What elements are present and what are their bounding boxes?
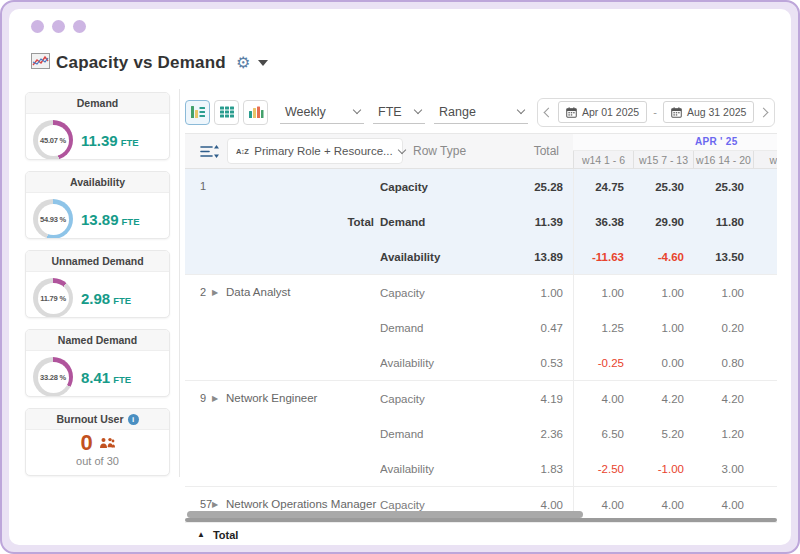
row-type-cell: Availability (380, 251, 465, 263)
view-toggle-grid[interactable] (214, 100, 239, 125)
fte-value: 8.41 (81, 369, 110, 386)
chart-thumbnail-icon (31, 53, 50, 73)
burnout-card: Burnout Useri 0 out of 30 (25, 408, 170, 476)
row-type-cell: Capacity (380, 181, 465, 193)
data-row[interactable]: Demand11.3936.3829.9011.80 (380, 204, 777, 239)
week-value-cell: 25.30 (634, 181, 694, 193)
row-group: 2▶Data AnalystCapacity1.001.001.001.00De… (185, 275, 777, 381)
range-select[interactable]: Range (434, 100, 528, 124)
row-type-cell: Capacity (380, 393, 465, 405)
collapse-up-icon[interactable]: ▲ (197, 530, 205, 539)
unit-select-value: FTE (378, 105, 402, 119)
fte-unit: FTE (122, 216, 140, 227)
week-value-cell: 0.80 (694, 357, 754, 369)
kpi-card-body: 33.28 % 8.41 FTE (26, 351, 169, 397)
group-name: Data Analyst (226, 275, 380, 310)
week-value-cell: -1.00 (634, 463, 694, 475)
interval-select-value: Weekly (285, 105, 326, 119)
kpi-card-title: Named Demand (26, 330, 169, 351)
row-filter-icon[interactable] (200, 144, 220, 159)
page-header: Capacity vs Demand ⚙ (31, 53, 268, 73)
row-type-cell: Capacity (380, 287, 465, 299)
week-value-cell: 11.80 (694, 216, 754, 228)
data-row[interactable]: Availability1.83-2.50-1.003.00 (380, 451, 777, 486)
week-values: -2.50-1.003.00 (573, 451, 754, 486)
settings-caret-icon[interactable] (258, 60, 268, 66)
row-type-cell: Demand (380, 322, 465, 334)
donut-percent: 54.93 % (38, 204, 69, 235)
total-value-cell: 2.36 (465, 428, 563, 440)
total-value-cell: 25.28 (465, 181, 563, 193)
week-values: 36.3829.9011.80 (573, 204, 754, 239)
date-from-value: Apr 01 2025 (582, 106, 639, 118)
kpi-card-title: Demand (26, 93, 169, 114)
grid-bottom-bar (185, 518, 777, 522)
burnout-count: 0 (80, 432, 92, 454)
total-column-header: Total (534, 144, 573, 158)
data-row[interactable]: Demand0.471.251.000.20 (380, 310, 777, 345)
burnout-subtext: out of 30 (26, 455, 169, 467)
week-values: 1.251.000.20 (573, 310, 754, 345)
window-dot (52, 20, 65, 33)
toolbar: Weekly FTE Range Apr 01 2025 - Aug 31 20… (185, 97, 777, 127)
row-group: 9▶Network EngineerCapacity4.194.004.204.… (185, 381, 777, 487)
data-row[interactable]: Capacity4.194.004.204.20 (380, 381, 777, 416)
expand-arrow-icon[interactable]: ▶ (212, 381, 226, 416)
role-selector-dropdown[interactable]: A↕Z Primary Role + Resource... (227, 138, 403, 164)
info-icon[interactable]: i (128, 414, 139, 425)
people-icon (99, 437, 115, 449)
page-title: Capacity vs Demand (56, 53, 226, 73)
date-range-picker: Apr 01 2025 - Aug 31 2025 (537, 98, 775, 127)
horizontal-scrollbar-thumb[interactable] (187, 511, 583, 518)
week-values: 6.505.201.20 (573, 416, 754, 451)
donut-percent: 45.07 % (38, 125, 69, 156)
week-value-cell: 5.20 (634, 428, 694, 440)
date-from-field[interactable]: Apr 01 2025 (558, 101, 647, 123)
unit-select[interactable]: FTE (373, 100, 425, 124)
week-column-header: w15 7 - 13 (633, 151, 693, 168)
range-select-value: Range (439, 105, 476, 119)
data-row[interactable]: Demand2.366.505.201.20 (380, 416, 777, 451)
interval-select[interactable]: Weekly (280, 100, 364, 124)
chevron-down-icon (397, 145, 405, 153)
data-row[interactable]: Availability13.89-11.63-4.6013.50 (380, 239, 777, 274)
date-to-field[interactable]: Aug 31 2025 (663, 101, 755, 123)
row-index: 1 (185, 169, 212, 204)
total-value-cell: 11.39 (465, 216, 563, 228)
data-row[interactable]: Capacity25.2824.7525.3025.30 (380, 169, 777, 204)
expand-arrow-icon[interactable]: ▶ (212, 275, 226, 310)
total-value-cell: 0.53 (465, 357, 563, 369)
week-value-cell: 4.20 (694, 393, 754, 405)
donut-gauge: 33.28 % (33, 357, 73, 397)
week-value-cell: 1.25 (574, 322, 634, 334)
view-toggle-chart-table[interactable] (185, 100, 210, 125)
window-dot (73, 20, 86, 33)
donut-percent: 11.79 % (38, 283, 69, 314)
month-header: APR ' 25 (695, 136, 738, 147)
settings-gear-icon[interactable]: ⚙ (236, 55, 250, 71)
grid-header-weeks: APR ' 25 w14 1 - 6w15 7 - 13w16 14 - 20w… (573, 134, 777, 168)
app-frame: Capacity vs Demand ⚙ Demand 45.07 % 11.3… (0, 0, 800, 554)
fte-value: 2.98 (81, 290, 110, 307)
data-row[interactable]: Capacity1.001.001.001.00 (380, 275, 777, 310)
role-selector-value: Primary Role + Resource... (254, 145, 392, 157)
next-period-icon[interactable] (759, 107, 769, 117)
kpi-card-title: Unnamed Demand (26, 251, 169, 272)
week-value-cell: 4.00 (694, 499, 754, 511)
kpi-card-body: 45.07 % 11.39 FTE (26, 114, 169, 160)
kpi-card-body: 54.93 % 13.89 FTE (26, 193, 169, 239)
grid-footer[interactable]: ▲ Total (185, 524, 777, 545)
fte-value: 13.89 (81, 211, 119, 228)
date-separator: - (653, 106, 657, 118)
main-panel: Weekly FTE Range Apr 01 2025 - Aug 31 20… (185, 97, 777, 545)
chevron-down-icon (353, 106, 361, 114)
prev-period-icon[interactable] (544, 107, 554, 117)
week-value-cell: 24.75 (574, 181, 634, 193)
kpi-card: Unnamed Demand 11.79 % 2.98 FTE (25, 250, 170, 318)
date-to-value: Aug 31 2025 (687, 106, 747, 118)
data-row[interactable]: Availability0.53-0.250.000.80 (380, 345, 777, 380)
sidebar-cards: Demand 45.07 % 11.39 FTE Availability 54… (25, 92, 170, 487)
week-value-cell: 4.00 (574, 393, 634, 405)
total-value-cell: 4.19 (465, 393, 563, 405)
view-toggle-bar-chart[interactable] (243, 100, 268, 125)
